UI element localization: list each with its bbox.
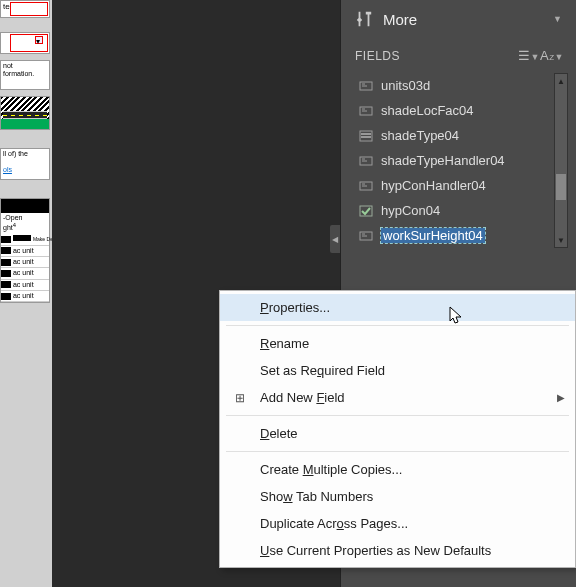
chevron-down-icon: ▼ <box>553 14 562 24</box>
menu-item-label: Rename <box>260 336 309 351</box>
field-name-label: shadeLocFac04 <box>381 103 474 118</box>
tools-icon <box>355 10 373 28</box>
field-type-dropdown-icon <box>359 130 373 142</box>
panel-header-more[interactable]: More ▼ <box>341 0 576 42</box>
menu-item-show-tab-numbers[interactable]: Show Tab Numbers <box>220 483 575 510</box>
menu-separator <box>226 415 569 416</box>
svg-rect-4 <box>361 136 371 138</box>
document-preview-strip: te ▾ not formation. ll of) the ols -Open… <box>0 0 52 587</box>
field-list: units03dshadeLocFac04shadeType04shadeTyp… <box>355 73 568 248</box>
scroll-down-icon[interactable]: ▼ <box>555 233 567 247</box>
menu-item-label: Delete <box>260 426 298 441</box>
field-type-checkbox-icon <box>359 205 373 217</box>
menu-item-add-new-field[interactable]: ⊞Add New Field▶ <box>220 384 575 411</box>
menu-item-label: Duplicate Across Pages... <box>260 516 408 531</box>
preview-fragment: te <box>0 0 50 18</box>
menu-item-label: Properties... <box>260 300 330 315</box>
svg-rect-3 <box>361 133 371 135</box>
list-item: ac unit <box>13 292 34 299</box>
fragment-link[interactable]: ols <box>3 166 12 173</box>
fragment-text: ll of) the <box>3 150 47 158</box>
field-item-shadeLocFac04[interactable]: shadeLocFac04 <box>355 98 550 123</box>
field-item-hypConHandler04[interactable]: hypConHandler04 <box>355 173 550 198</box>
menu-item-label: Use Current Properties as New Defaults <box>260 543 491 558</box>
menu-item-set-as-required-field[interactable]: Set as Required Field <box>220 357 575 384</box>
scroll-up-icon[interactable]: ▲ <box>555 74 567 88</box>
field-name-label: units03d <box>381 78 430 93</box>
field-name-label: hypCon04 <box>381 203 440 218</box>
menu-item-rename[interactable]: Rename <box>220 330 575 357</box>
field-name-label: workSurHeight04 <box>381 228 485 243</box>
scrollbar-thumb[interactable] <box>556 174 566 200</box>
menu-item-label: Add New Field <box>260 390 345 405</box>
preview-fragment: ll of) the ols <box>0 148 50 180</box>
fields-section-header: FIELDS ☰▼ AZ▼ <box>341 42 576 69</box>
list-item: ac unit <box>13 258 34 265</box>
fragment-text: not <box>3 62 47 70</box>
fragment-text: formation. <box>3 70 47 78</box>
field-item-hypCon04[interactable]: hypCon04 <box>355 198 550 223</box>
menu-item-label: Create Multiple Copies... <box>260 462 402 477</box>
field-name-label: shadeType04 <box>381 128 459 143</box>
submenu-arrow-icon: ▶ <box>557 392 565 403</box>
dropdown-icon: ▾ <box>35 36 43 44</box>
menu-item-use-current-properties-as-new-defaults[interactable]: Use Current Properties as New Defaults <box>220 537 575 564</box>
menu-separator <box>226 451 569 452</box>
field-item-workSurHeight04[interactable]: workSurHeight04 <box>355 223 550 248</box>
fragment-text: te <box>3 2 10 11</box>
preview-fragment: ▾ <box>0 32 50 54</box>
preview-fragment: not formation. <box>0 60 50 90</box>
menu-item-properties[interactable]: Properties... <box>220 294 575 321</box>
road-diagram-thumb <box>0 96 50 130</box>
fields-label: FIELDS <box>355 49 400 63</box>
panel-collapse-handle[interactable]: ◀ <box>330 225 340 253</box>
menu-item-create-multiple-copies[interactable]: Create Multiple Copies... <box>220 456 575 483</box>
menu-separator <box>226 325 569 326</box>
list-item: ac unit <box>13 269 34 276</box>
fragment-text: ght <box>3 225 13 232</box>
field-type-text-icon <box>359 230 373 242</box>
svg-rect-7 <box>360 206 372 216</box>
fields-scrollbar[interactable]: ▲ ▼ <box>554 73 568 248</box>
more-label: More <box>383 11 543 28</box>
field-type-text-icon <box>359 105 373 117</box>
view-options-icon[interactable]: ☰▼ <box>518 48 540 63</box>
field-type-text-icon <box>359 155 373 167</box>
menu-item-duplicate-across-pages[interactable]: Duplicate Across Pages... <box>220 510 575 537</box>
menu-item-label: Show Tab Numbers <box>260 489 373 504</box>
field-item-units03d[interactable]: units03d <box>355 73 550 98</box>
field-item-shadeTypeHandler04[interactable]: shadeTypeHandler04 <box>355 148 550 173</box>
menu-item-delete[interactable]: Delete <box>220 420 575 447</box>
add-field-icon: ⊞ <box>232 390 248 406</box>
list-item: ac unit <box>13 281 34 288</box>
field-item-shadeType04[interactable]: shadeType04 <box>355 123 550 148</box>
list-item: ac unit <box>13 247 34 254</box>
sort-az-icon[interactable]: AZ▼ <box>540 48 562 63</box>
field-context-menu: Properties...RenameSet as Required Field… <box>219 290 576 568</box>
field-name-label: hypConHandler04 <box>381 178 486 193</box>
field-name-label: shadeTypeHandler04 <box>381 153 505 168</box>
field-type-text-icon <box>359 80 373 92</box>
fragment-text: -Open <box>3 214 22 221</box>
field-type-text-icon <box>359 180 373 192</box>
preview-fragment: -Open ght4 Make Default ac unit ac unit … <box>0 198 50 303</box>
menu-item-label: Set as Required Field <box>260 363 385 378</box>
